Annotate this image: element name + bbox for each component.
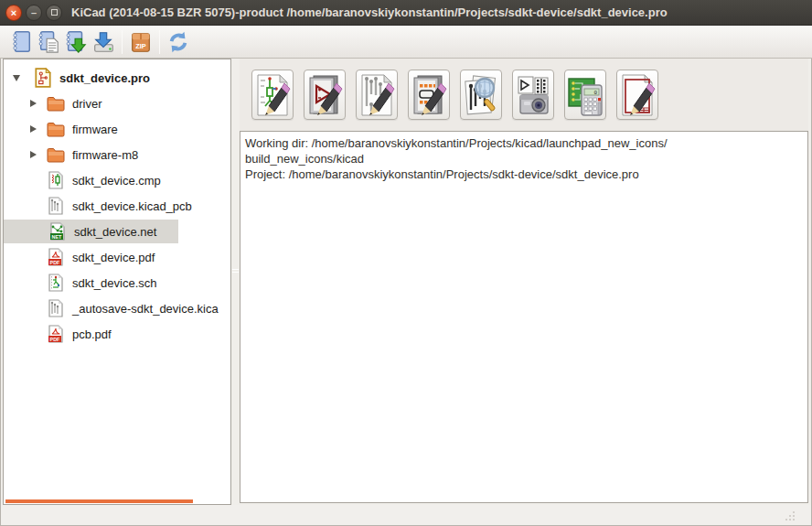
refresh-tree-icon	[166, 30, 190, 54]
gerbview-icon	[463, 73, 499, 117]
tree-item-pcb-pdf[interactable]: PDF pcb.pdf	[4, 321, 230, 347]
cmp-file-icon	[46, 170, 66, 190]
bitmap2component-icon	[515, 73, 551, 117]
folder-icon	[46, 119, 66, 139]
net-badge-label: NET	[52, 234, 62, 240]
right-panel: 0	[240, 59, 808, 505]
open-project-icon	[37, 30, 60, 54]
save-project-button[interactable]	[90, 28, 117, 56]
tree-item-sdkt-device-kicad-pcb[interactable]: sdkt_device.kicad_pcb	[4, 193, 230, 219]
splitter-grip-icon	[232, 267, 239, 274]
kicad-project-icon	[33, 68, 53, 88]
pcbnew-icon	[358, 73, 395, 117]
eeschema-button[interactable]	[251, 70, 294, 120]
panel-splitter[interactable]	[231, 59, 240, 505]
tree-item-project-root[interactable]: sdkt_device.pro	[4, 65, 230, 91]
schematic-library-editor-icon	[306, 73, 343, 117]
horizontal-scrollbar-thumb[interactable]	[5, 499, 193, 503]
open-project-button[interactable]	[35, 28, 62, 56]
launcher-toolbar: 0	[240, 59, 808, 131]
expand-arrow-icon[interactable]	[27, 124, 38, 134]
page-layout-editor-icon	[619, 73, 656, 117]
calculator-display: 0	[593, 89, 597, 95]
toolbar-separator	[122, 30, 123, 54]
tree-item-label: pcb.pdf	[72, 327, 112, 341]
output-line: build_new_icons/kicad	[245, 151, 803, 166]
tree-item-sdkt-device-net[interactable]: NET sdkt_device.net	[4, 219, 230, 244]
tree-item-driver[interactable]: driver	[4, 91, 230, 116]
pcbnew-button[interactable]	[356, 70, 398, 120]
tree-item-label: sdkt_device.net	[74, 225, 156, 239]
folder-icon	[46, 93, 66, 113]
status-bar	[1, 505, 811, 525]
new-project-from-template-icon	[64, 30, 88, 54]
schematic-library-editor-button[interactable]	[304, 70, 346, 120]
net-file-icon: NET	[48, 221, 68, 242]
folder-icon	[46, 145, 66, 165]
message-output-area[interactable]: Working dir: /home/baranovskiykonstantin…	[240, 131, 808, 503]
pcb-file-icon	[46, 298, 66, 318]
new-project-from-template-button[interactable]	[62, 28, 90, 56]
pcb-calculator-button[interactable]: 0	[564, 70, 606, 120]
tree-item-label: sdkt_device.sch	[72, 276, 157, 290]
expand-arrow-icon[interactable]	[27, 150, 38, 159]
maximize-icon	[51, 9, 58, 16]
window-title: KiCad (2014-08-15 BZR 5075)-product /hom…	[71, 5, 668, 19]
pdf-file-icon: PDF	[46, 324, 66, 344]
output-line: Working dir: /home/baranovskiykonstantin…	[245, 135, 803, 151]
refresh-tree-button[interactable]	[165, 28, 192, 56]
bitmap2component-button[interactable]	[512, 70, 554, 120]
pdf-badge-label: PDF	[50, 337, 60, 342]
tree-item-label: _autosave-sdkt_device.kica	[72, 302, 219, 316]
zip-archive-icon: ZIP	[129, 30, 153, 54]
pdf-badge-label: PDF	[50, 260, 60, 265]
output-line: Project: /home/baranovskiykonstantin/Pro…	[245, 166, 803, 182]
tree-item-label: sdkt_device.pdf	[72, 251, 155, 264]
minimize-button[interactable]: –	[26, 5, 42, 21]
maximize-button[interactable]	[46, 5, 62, 21]
toolbar-separator	[159, 30, 160, 54]
main-toolbar: ZIP	[0, 26, 812, 59]
new-project-icon	[9, 30, 33, 54]
kicad-window: × – KiCad (2014-08-15 BZR 5075)-product …	[0, 0, 812, 526]
titlebar: × – KiCad (2014-08-15 BZR 5075)-product …	[0, 0, 812, 26]
tree-item-autosave-sdkt-device[interactable]: _autosave-sdkt_device.kica	[4, 295, 230, 321]
pdf-file-icon: PDF	[46, 247, 66, 267]
zip-label: ZIP	[135, 41, 146, 49]
new-project-button[interactable]	[7, 28, 35, 56]
sch-file-icon	[46, 273, 66, 293]
pcb-file-icon	[46, 196, 66, 216]
close-button[interactable]: ×	[5, 5, 22, 21]
save-project-icon	[91, 30, 115, 54]
archive-project-button[interactable]: ZIP	[127, 28, 155, 56]
footprint-editor-button[interactable]	[408, 70, 450, 120]
gerbview-button[interactable]	[460, 70, 502, 120]
collapse-arrow-icon[interactable]	[11, 73, 22, 82]
tree-item-label: sdkt_device.cmp	[72, 174, 161, 188]
resize-grip[interactable]	[782, 508, 796, 522]
pcb-calculator-icon: 0	[567, 73, 604, 117]
tree-item-firmware-m8[interactable]: firmware-m8	[4, 142, 230, 167]
tree-item-label: sdkt_device.kicad_pcb	[72, 199, 192, 213]
project-tree-panel: sdkt_device.pro driver	[3, 59, 231, 505]
tree-item-sdkt-device-pdf[interactable]: PDF sdkt_device.pdf	[4, 244, 230, 270]
tree-item-label: driver	[72, 97, 102, 111]
tree-item-sdkt-device-cmp[interactable]: sdkt_device.cmp	[4, 167, 230, 193]
eeschema-icon	[254, 73, 291, 117]
tree-item-label: firmware	[72, 123, 118, 136]
page-layout-editor-button[interactable]	[616, 70, 658, 120]
tree-item-label: firmware-m8	[72, 148, 138, 162]
footprint-editor-icon	[411, 73, 447, 117]
tree-item-sdkt-device-sch[interactable]: sdkt_device.sch	[4, 270, 230, 295]
expand-arrow-icon[interactable]	[27, 99, 38, 108]
tree-item-firmware[interactable]: firmware	[4, 116, 230, 142]
tree-item-label: sdkt_device.pro	[59, 71, 150, 85]
